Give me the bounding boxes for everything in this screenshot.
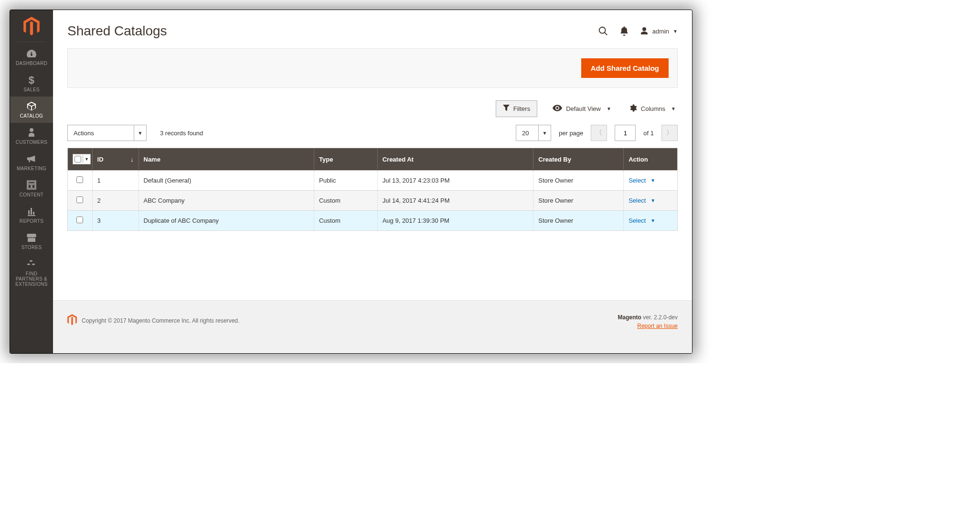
chevron-down-icon: ▼ bbox=[671, 106, 676, 111]
sidebar-item-marketing[interactable]: MARKETING bbox=[10, 149, 53, 175]
column-header-created-by[interactable]: Created By bbox=[533, 148, 624, 171]
chevron-down-icon: ▼ bbox=[650, 198, 655, 203]
blocks-icon bbox=[26, 258, 37, 270]
default-view-label: Default View bbox=[566, 105, 601, 112]
column-header-id[interactable]: ID ↓ bbox=[92, 148, 138, 171]
shared-catalogs-grid: ▼ ID ↓ Name Type Created At Created By A… bbox=[67, 148, 678, 231]
records-found: 3 records found bbox=[160, 130, 203, 137]
page-actions-bar: Add Shared Catalog bbox=[67, 48, 678, 88]
eye-icon bbox=[553, 105, 562, 113]
sidebar-item-partners[interactable]: FIND PARTNERS & EXTENSIONS bbox=[10, 254, 53, 291]
cell-name: Default (General) bbox=[138, 171, 314, 191]
row-checkbox[interactable] bbox=[76, 196, 83, 203]
person-icon bbox=[28, 127, 35, 138]
chevron-down-icon[interactable]: ▼ bbox=[83, 155, 90, 163]
report-issue-link[interactable]: Report an Issue bbox=[637, 323, 678, 329]
admin-footer: Copyright © 2017 Magento Commerce Inc. A… bbox=[53, 300, 692, 353]
page-number-input[interactable] bbox=[615, 125, 636, 141]
magento-logo[interactable] bbox=[10, 10, 53, 41]
chevron-left-icon: 〈 bbox=[596, 129, 602, 137]
page-of-label: of 1 bbox=[643, 130, 654, 137]
cell-created-at: Jul 13, 2017 4:23:03 PM bbox=[377, 171, 533, 191]
sidebar-item-customers[interactable]: CUSTOMERS bbox=[10, 123, 53, 149]
bell-icon[interactable] bbox=[620, 26, 628, 36]
filters-button[interactable]: Filters bbox=[496, 100, 537, 117]
row-select-action[interactable]: Select▼ bbox=[628, 217, 672, 224]
column-header-name[interactable]: Name bbox=[138, 148, 314, 171]
sidebar-item-label: CUSTOMERS bbox=[14, 140, 49, 145]
funnel-icon bbox=[503, 105, 510, 113]
account-label: admin bbox=[652, 28, 669, 35]
sidebar-item-dashboard[interactable]: DASHBOARD bbox=[10, 44, 53, 70]
page-title: Shared Catalogs bbox=[67, 23, 167, 39]
column-header-action[interactable]: Action bbox=[624, 148, 677, 171]
select-all-checkbox[interactable] bbox=[75, 156, 81, 163]
prev-page-button[interactable]: 〈 bbox=[591, 125, 607, 141]
sidebar-item-sales[interactable]: $ SALES bbox=[10, 70, 53, 97]
cell-name: Duplicate of ABC Company bbox=[138, 211, 314, 231]
sidebar-item-catalog[interactable]: CATALOG bbox=[10, 97, 53, 123]
footer-brand: Magento bbox=[618, 314, 641, 321]
sidebar-item-reports[interactable]: REPORTS bbox=[10, 202, 53, 228]
account-menu[interactable]: admin ▼ bbox=[640, 27, 678, 35]
magento-logo-small bbox=[67, 314, 77, 327]
row-checkbox[interactable] bbox=[76, 217, 83, 223]
sidebar-item-label: STORES bbox=[20, 245, 44, 250]
column-header-created-at[interactable]: Created At bbox=[377, 148, 533, 171]
box-icon bbox=[26, 100, 37, 112]
copyright-text: Copyright © 2017 Magento Commerce Inc. A… bbox=[82, 317, 239, 324]
cell-type: Public bbox=[314, 171, 377, 191]
columns-button[interactable]: Columns ▼ bbox=[627, 101, 678, 117]
table-row: 2 ABC Company Custom Jul 14, 2017 4:41:2… bbox=[68, 191, 677, 211]
bars-icon bbox=[27, 206, 36, 217]
sidebar-item-label: CATALOG bbox=[18, 113, 45, 119]
svg-text:$: $ bbox=[29, 74, 34, 86]
cell-id: 1 bbox=[92, 171, 138, 191]
chevron-down-icon: ▼ bbox=[607, 106, 611, 111]
select-all-header[interactable]: ▼ bbox=[68, 148, 92, 171]
cell-created-by: Store Owner bbox=[533, 211, 624, 231]
cell-type: Custom bbox=[314, 191, 377, 211]
cell-type: Custom bbox=[314, 211, 377, 231]
sidebar-item-label: REPORTS bbox=[18, 218, 45, 224]
column-header-type[interactable]: Type bbox=[314, 148, 377, 171]
search-icon[interactable] bbox=[598, 26, 608, 36]
add-shared-catalog-button[interactable]: Add Shared Catalog bbox=[581, 58, 669, 78]
filters-label: Filters bbox=[513, 105, 530, 112]
chevron-down-icon: ▼ bbox=[650, 218, 655, 223]
row-select-action[interactable]: Select▼ bbox=[628, 197, 672, 204]
sidebar-item-label: FIND PARTNERS & EXTENSIONS bbox=[10, 271, 53, 287]
chevron-down-icon: ▼ bbox=[650, 178, 655, 183]
table-row: 1 Default (General) Public Jul 13, 2017 … bbox=[68, 171, 677, 191]
cell-id: 3 bbox=[92, 211, 138, 231]
per-page-value: 20 bbox=[516, 125, 539, 141]
bulk-actions-select[interactable]: Actions ▼ bbox=[67, 125, 147, 141]
chevron-down-icon[interactable]: ▼ bbox=[539, 125, 551, 141]
cell-created-by: Store Owner bbox=[533, 191, 624, 211]
dollar-icon: $ bbox=[27, 74, 36, 86]
sidebar-item-label: DASHBOARD bbox=[14, 61, 49, 66]
next-page-button[interactable]: 〉 bbox=[661, 125, 678, 141]
row-select-action[interactable]: Select▼ bbox=[628, 177, 672, 184]
chevron-down-icon: ▼ bbox=[673, 29, 678, 34]
gauge-icon bbox=[26, 48, 37, 59]
per-page-label: per page bbox=[559, 130, 583, 137]
sidebar-item-content[interactable]: CONTENT bbox=[10, 175, 53, 202]
sidebar-item-stores[interactable]: STORES bbox=[10, 228, 53, 254]
chevron-down-icon[interactable]: ▼ bbox=[134, 125, 147, 141]
cell-name: ABC Company bbox=[138, 191, 314, 211]
sidebar-item-label: CONTENT bbox=[18, 192, 45, 197]
footer-version: ver. 2.2.0-dev bbox=[641, 314, 678, 321]
sidebar-item-label: MARKETING bbox=[15, 166, 48, 171]
chevron-right-icon: 〉 bbox=[666, 129, 673, 137]
cell-created-at: Aug 9, 2017 1:39:30 PM bbox=[377, 211, 533, 231]
cell-created-by: Store Owner bbox=[533, 171, 624, 191]
sort-desc-icon: ↓ bbox=[130, 156, 134, 163]
default-view-button[interactable]: Default View ▼ bbox=[551, 102, 613, 116]
table-row: 3 Duplicate of ABC Company Custom Aug 9,… bbox=[68, 211, 677, 231]
cell-id: 2 bbox=[92, 191, 138, 211]
row-checkbox[interactable] bbox=[76, 176, 83, 183]
store-icon bbox=[26, 232, 37, 243]
gear-icon bbox=[628, 104, 637, 114]
per-page-select[interactable]: 20 ▼ bbox=[516, 125, 551, 141]
